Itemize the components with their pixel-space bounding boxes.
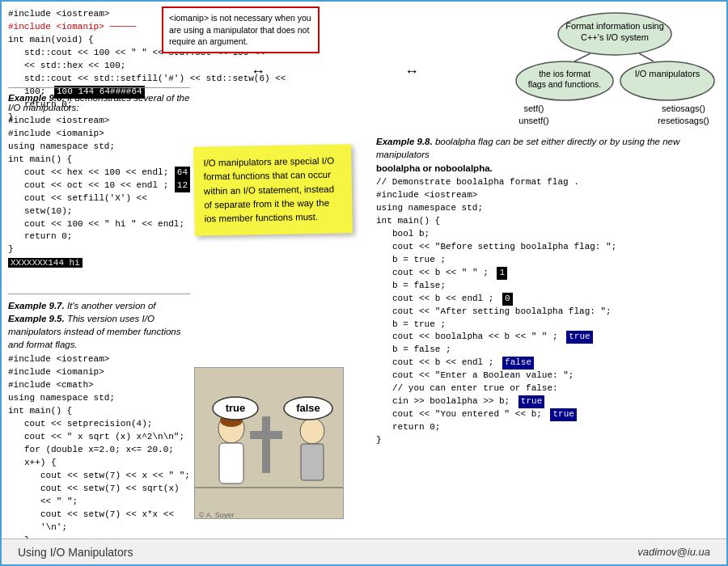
cartoon-svg: true false © A. Soyer (195, 368, 344, 519)
diagram-area: Format information using C++'s I/O syste… (510, 8, 720, 142)
svg-point-6 (620, 61, 714, 100)
svg-rect-22 (301, 444, 324, 480)
example98-code: // Demonstrate boolalpha format flag . #… (376, 176, 720, 447)
example98-bold: boolalpha or noboolalpha. (376, 163, 720, 173)
output98-2: 0 (502, 293, 513, 306)
output98-5: true (518, 395, 544, 408)
svg-rect-18 (219, 443, 243, 484)
callout-box: <iomanip> is not necessary when you are … (162, 6, 320, 53)
footer: Using I/O Manipulators vadimov@iu.ua (2, 539, 726, 564)
svg-line-9 (639, 53, 654, 61)
example97-section: Example 9.7. It's another version of Exa… (8, 289, 190, 566)
example98-title: Example 9.8. boolalpha flag can be set e… (376, 135, 720, 161)
footer-email: vadimov@iu.ua (637, 546, 710, 558)
arrow-left: ↔ (251, 63, 265, 80)
output98-6: true (550, 408, 576, 421)
svg-text:flags and functions.: flags and functions. (528, 79, 601, 89)
output96-1: 64 (175, 167, 190, 180)
svg-text:false: false (296, 402, 320, 414)
sticky-note: I/O manipulators are special I/O format … (193, 144, 353, 236)
output98-4: false (502, 357, 534, 370)
svg-point-21 (300, 418, 324, 444)
example98-section: Example 9.8. boolalpha flag can be set e… (376, 135, 720, 447)
svg-line-8 (574, 53, 590, 61)
example96-title: Example 9.6. It demonstrates several of … (8, 93, 190, 112)
example97-title: Example 9.7. It's another version of Exa… (8, 299, 190, 351)
diagram-svg: Format information using C++'s I/O syste… (510, 8, 720, 142)
svg-text:resetiosags(): resetiosags() (658, 116, 709, 125)
svg-text:Format information using: Format information using (565, 21, 664, 31)
svg-text:© A. Soyer: © A. Soyer (199, 511, 234, 519)
output96-3: XXXXXXX144 hi (8, 256, 190, 268)
svg-text:setf(): setf() (523, 103, 544, 113)
example97-code: #include <iostream> #include <iomanip> #… (8, 353, 190, 566)
svg-text:C++'s I/O system: C++'s I/O system (581, 32, 649, 42)
svg-rect-16 (250, 431, 282, 439)
svg-text:I/O manipulators: I/O manipulators (635, 69, 700, 78)
footer-title: Using I/O Manipulators (18, 546, 133, 559)
svg-text:true: true (226, 402, 246, 414)
output96-2: 12 (175, 180, 190, 192)
svg-text:unsetf(): unsetf() (518, 116, 548, 125)
svg-rect-15 (262, 416, 270, 473)
example96-code: #include <iostream> #include <iomanip> u… (8, 115, 190, 256)
output98-1: 1 (497, 267, 507, 280)
output98-3: true (566, 331, 592, 344)
svg-text:setiosags(): setiosags() (662, 103, 705, 113)
example96-section: Example 9.6. It demonstrates several of … (8, 82, 190, 268)
cartoon-image: true false © A. Soyer (194, 367, 344, 519)
svg-text:the ios format: the ios format (539, 69, 590, 78)
arrow-right: ↔ (404, 63, 419, 80)
